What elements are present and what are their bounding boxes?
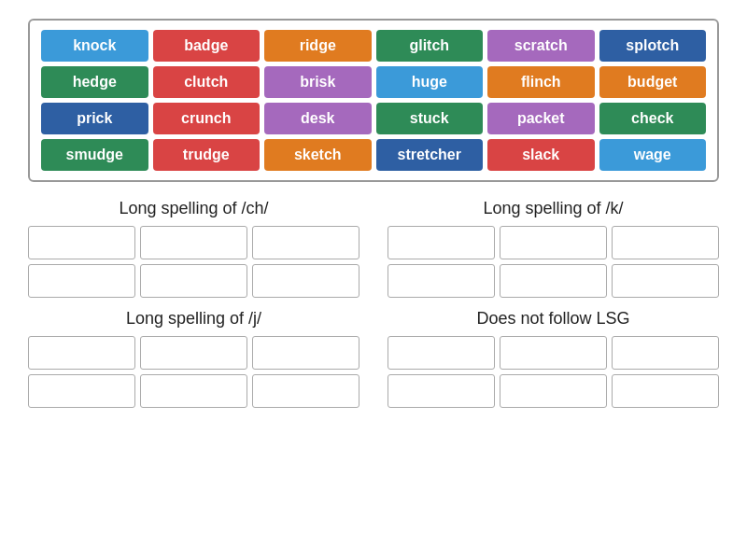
word-tile-slack[interactable]: slack <box>487 139 595 171</box>
drop-cell-ch-5[interactable] <box>252 264 359 298</box>
word-tile-budget[interactable]: budget <box>599 66 707 98</box>
word-tile-ridge[interactable]: ridge <box>264 30 372 62</box>
word-tile-clutch[interactable]: clutch <box>153 66 261 98</box>
drop-cell-j-5[interactable] <box>252 374 359 408</box>
drop-cell-j-1[interactable] <box>140 336 247 370</box>
word-tile-wage[interactable]: wage <box>599 139 707 171</box>
category-lsg: Does not follow LSG <box>388 309 719 408</box>
word-tile-knock[interactable]: knock <box>41 30 148 62</box>
drop-cell-k-3[interactable] <box>388 264 495 298</box>
drop-cell-lsg-4[interactable] <box>500 374 607 408</box>
drop-cell-k-1[interactable] <box>500 226 607 259</box>
word-tile-crunch[interactable]: crunch <box>153 103 261 134</box>
word-tile-badge[interactable]: badge <box>153 30 261 62</box>
drop-grid-ch <box>28 226 359 298</box>
category-title-j: Long spelling of /j/ <box>126 309 261 329</box>
drop-cell-k-5[interactable] <box>612 264 719 298</box>
word-tile-packet[interactable]: packet <box>487 103 595 134</box>
category-j: Long spelling of /j/ <box>28 309 359 408</box>
word-tile-splotch[interactable]: splotch <box>599 30 707 62</box>
drop-cell-lsg-1[interactable] <box>500 336 607 370</box>
word-tile-flinch[interactable]: flinch <box>487 66 595 98</box>
word-tile-hedge[interactable]: hedge <box>41 66 148 98</box>
word-tile-brisk[interactable]: brisk <box>264 66 372 98</box>
drop-cell-lsg-0[interactable] <box>388 336 495 370</box>
drop-cell-ch-2[interactable] <box>252 226 359 259</box>
word-tile-scratch[interactable]: scratch <box>487 30 595 62</box>
drop-cell-lsg-5[interactable] <box>612 374 719 408</box>
drop-cell-k-4[interactable] <box>500 264 607 298</box>
drop-cell-ch-4[interactable] <box>140 264 247 298</box>
drop-grid-k <box>388 226 719 298</box>
drop-cell-j-4[interactable] <box>140 374 247 408</box>
word-tile-stretcher[interactable]: stretcher <box>376 139 484 171</box>
drop-cell-j-0[interactable] <box>28 336 135 370</box>
drop-cell-k-0[interactable] <box>388 226 495 259</box>
categories-grid: Long spelling of /ch/Long spelling of /k… <box>28 199 719 408</box>
drop-cell-ch-0[interactable] <box>28 226 135 259</box>
word-tile-prick[interactable]: prick <box>41 103 148 134</box>
word-tile-stuck[interactable]: stuck <box>376 103 484 134</box>
drop-cell-j-2[interactable] <box>252 336 359 370</box>
word-tile-sketch[interactable]: sketch <box>264 139 372 171</box>
drop-cell-ch-3[interactable] <box>28 264 135 298</box>
drop-cell-j-3[interactable] <box>28 374 135 408</box>
category-ch: Long spelling of /ch/ <box>28 199 359 298</box>
word-bank: knockbadgeridgeglitchscratchsplotchhedge… <box>28 19 719 182</box>
category-title-k: Long spelling of /k/ <box>483 199 623 218</box>
drop-cell-k-2[interactable] <box>612 226 719 259</box>
word-tile-smudge[interactable]: smudge <box>41 139 148 171</box>
drop-grid-lsg <box>388 336 719 408</box>
drop-cell-lsg-2[interactable] <box>612 336 719 370</box>
word-tile-trudge[interactable]: trudge <box>153 139 261 171</box>
word-tile-check[interactable]: check <box>599 103 707 134</box>
category-k: Long spelling of /k/ <box>388 199 719 298</box>
category-title-ch: Long spelling of /ch/ <box>119 199 268 218</box>
drop-cell-lsg-3[interactable] <box>388 374 495 408</box>
drop-cell-ch-1[interactable] <box>140 226 247 259</box>
word-tile-huge[interactable]: huge <box>376 66 484 98</box>
word-tile-desk[interactable]: desk <box>264 103 372 134</box>
word-tile-glitch[interactable]: glitch <box>376 30 484 62</box>
category-title-lsg: Does not follow LSG <box>476 309 629 329</box>
drop-grid-j <box>28 336 359 408</box>
